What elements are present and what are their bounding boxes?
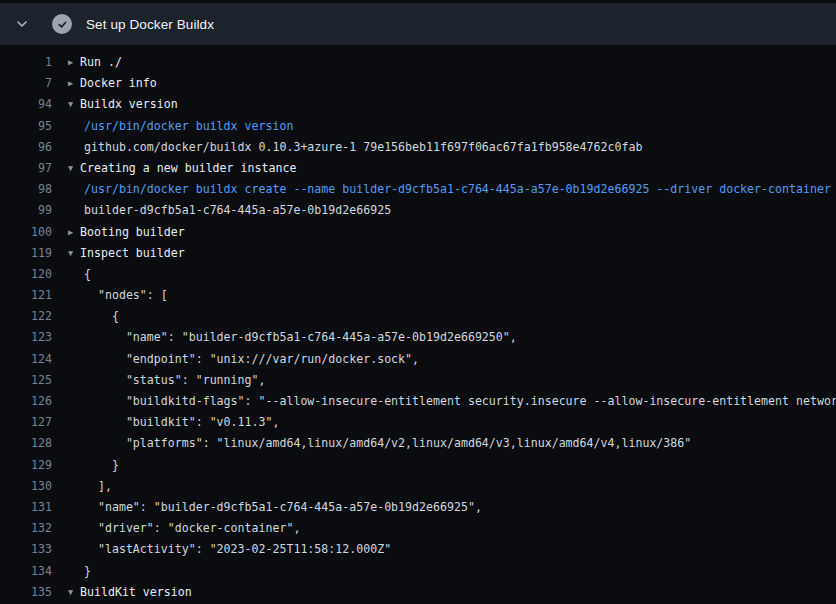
line-number[interactable]: 125 xyxy=(0,370,52,391)
log-line: 96github.com/docker/buildx 0.10.3+azure-… xyxy=(0,137,836,158)
step-title: Set up Docker Buildx xyxy=(86,17,214,32)
log-line: 126 "buildkitd-flags": "--allow-insecure… xyxy=(0,391,836,412)
log-lines: 1▶Run ./7▶Docker info94▼Buildx version95… xyxy=(0,45,836,604)
output-text: "lastActivity": "2023-02-25T11:58:12.000… xyxy=(68,539,391,560)
log-line: 125 "status": "running", xyxy=(0,370,836,391)
group-title[interactable]: Booting builder xyxy=(80,225,185,239)
log-line[interactable]: 1▶Run ./ xyxy=(0,52,836,73)
output-text: github.com/docker/buildx 0.10.3+azure-1 … xyxy=(68,137,642,158)
line-number[interactable]: 95 xyxy=(0,116,52,137)
output-text: "endpoint": "unix:///var/run/docker.sock… xyxy=(68,349,419,370)
log-line: 132 "driver": "docker-container", xyxy=(0,518,836,539)
line-number[interactable]: 131 xyxy=(0,497,52,518)
output-text: "buildkitd-flags": "--allow-insecure-ent… xyxy=(68,391,836,412)
output-text: { xyxy=(68,306,119,327)
group-title[interactable]: Run ./ xyxy=(80,55,122,69)
log-line: 95/usr/bin/docker buildx version xyxy=(0,116,836,137)
line-number[interactable]: 98 xyxy=(0,179,52,200)
log-line: 130 ], xyxy=(0,476,836,497)
log-line: 123 "name": "builder-d9cfb5a1-c764-445a-… xyxy=(0,327,836,348)
step-header[interactable]: Set up Docker Buildx xyxy=(0,3,836,45)
line-number[interactable]: 126 xyxy=(0,391,52,412)
line-number[interactable]: 134 xyxy=(0,561,52,582)
output-text: { xyxy=(68,264,91,285)
line-number[interactable]: 100 xyxy=(0,222,52,243)
group-title[interactable]: BuildKit version xyxy=(80,585,192,599)
command-text: /usr/bin/docker buildx create --name bui… xyxy=(68,179,831,200)
triangle-expanded-icon[interactable]: ▼ xyxy=(68,158,80,179)
group-title[interactable]: Creating a new builder instance xyxy=(80,161,296,175)
line-number[interactable]: 128 xyxy=(0,433,52,454)
output-text: "status": "running", xyxy=(68,370,265,391)
log-line[interactable]: 100▶Booting builder xyxy=(0,222,836,243)
line-number[interactable]: 133 xyxy=(0,539,52,560)
log-line: 120{ xyxy=(0,264,836,285)
line-number[interactable]: 123 xyxy=(0,327,52,348)
log-line[interactable]: 7▶Docker info xyxy=(0,73,836,94)
log-line: 99builder-d9cfb5a1-c764-445a-a57e-0b19d2… xyxy=(0,200,836,221)
line-number[interactable]: 135 xyxy=(0,582,52,603)
line-number[interactable]: 119 xyxy=(0,243,52,264)
log-line: 124 "endpoint": "unix:///var/run/docker.… xyxy=(0,349,836,370)
log-line: 134} xyxy=(0,561,836,582)
line-number[interactable]: 124 xyxy=(0,349,52,370)
command-text: /usr/bin/docker buildx version xyxy=(68,116,293,137)
triangle-collapsed-icon[interactable]: ▶ xyxy=(68,222,80,243)
log-line[interactable]: 97▼Creating a new builder instance xyxy=(0,158,836,179)
line-number[interactable]: 7 xyxy=(0,73,52,94)
log-line: 122 { xyxy=(0,306,836,327)
triangle-expanded-icon[interactable]: ▼ xyxy=(68,582,80,603)
output-text: "name": "builder-d9cfb5a1-c764-445a-a57e… xyxy=(68,497,482,518)
group-title[interactable]: Inspect builder xyxy=(80,246,185,260)
group-title[interactable]: Buildx version xyxy=(80,97,178,111)
line-number[interactable]: 130 xyxy=(0,476,52,497)
log-line: 128 "platforms": "linux/amd64,linux/amd6… xyxy=(0,433,836,454)
log-line: 121 "nodes": [ xyxy=(0,285,836,306)
output-text: } xyxy=(68,455,119,476)
log-line[interactable]: 94▼Buildx version xyxy=(0,94,836,115)
triangle-collapsed-icon[interactable]: ▶ xyxy=(68,52,80,73)
log-line[interactable]: 135▼BuildKit version xyxy=(0,582,836,603)
log-line: 129 } xyxy=(0,455,836,476)
output-text: "buildkit": "v0.11.3", xyxy=(68,412,279,433)
log-line[interactable]: 119▼Inspect builder xyxy=(0,243,836,264)
line-number[interactable]: 120 xyxy=(0,264,52,285)
line-number[interactable]: 97 xyxy=(0,158,52,179)
log-line: 133 "lastActivity": "2023-02-25T11:58:12… xyxy=(0,539,836,560)
output-text: "driver": "docker-container", xyxy=(68,518,300,539)
output-text: } xyxy=(68,561,91,582)
line-number[interactable]: 121 xyxy=(0,285,52,306)
triangle-collapsed-icon[interactable]: ▶ xyxy=(68,73,80,94)
output-text: "name": "builder-d9cfb5a1-c764-445a-a57e… xyxy=(68,327,517,348)
log-line: 127 "buildkit": "v0.11.3", xyxy=(0,412,836,433)
chevron-down-icon[interactable] xyxy=(14,16,30,32)
output-text: builder-d9cfb5a1-c764-445a-a57e-0b19d2e6… xyxy=(68,200,391,221)
line-number[interactable]: 96 xyxy=(0,137,52,158)
triangle-expanded-icon[interactable]: ▼ xyxy=(68,94,80,115)
output-text: "nodes": [ xyxy=(68,285,168,306)
line-number[interactable]: 129 xyxy=(0,455,52,476)
group-title[interactable]: Docker info xyxy=(80,76,157,90)
line-number[interactable]: 99 xyxy=(0,200,52,221)
line-number[interactable]: 94 xyxy=(0,94,52,115)
check-circle-icon xyxy=(52,14,72,34)
line-number[interactable]: 127 xyxy=(0,412,52,433)
log-line: 131 "name": "builder-d9cfb5a1-c764-445a-… xyxy=(0,497,836,518)
line-number[interactable]: 122 xyxy=(0,306,52,327)
line-number[interactable]: 132 xyxy=(0,518,52,539)
output-text: "platforms": "linux/amd64,linux/amd64/v2… xyxy=(68,433,691,454)
line-number[interactable]: 1 xyxy=(0,52,52,73)
log-line: 98/usr/bin/docker buildx create --name b… xyxy=(0,179,836,200)
triangle-expanded-icon[interactable]: ▼ xyxy=(68,243,80,264)
output-text: ], xyxy=(68,476,112,497)
